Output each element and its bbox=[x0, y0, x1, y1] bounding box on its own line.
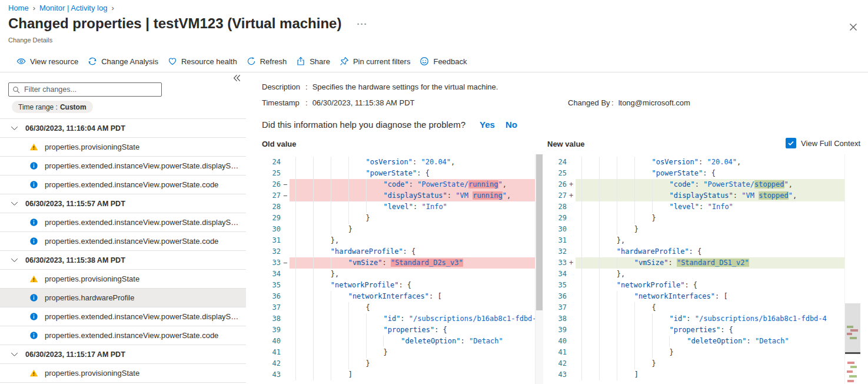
line-number: 31 bbox=[262, 235, 281, 246]
diff-sign: − bbox=[281, 179, 290, 190]
toolbar-share[interactable]: Share bbox=[296, 57, 330, 66]
diff-line: 27−"displayStatus": "VM running", bbox=[262, 190, 543, 201]
change-item-label: properties.provisioningState bbox=[45, 143, 139, 151]
minimap[interactable] bbox=[844, 154, 860, 384]
diff-line: 30} bbox=[548, 224, 860, 235]
code-text: ] bbox=[576, 369, 860, 380]
breadcrumb-link[interactable]: Monitor | Activity log bbox=[39, 4, 107, 12]
breadcrumb: Home›Monitor | Activity log› bbox=[8, 4, 114, 12]
breadcrumb-link[interactable]: Home bbox=[8, 4, 29, 12]
line-number: 33 bbox=[262, 257, 281, 269]
change-item[interactable]: properties.provisioningState bbox=[0, 138, 246, 157]
change-group-header[interactable]: 06/30/2023, 11:15:38 AM PDT bbox=[0, 251, 246, 270]
close-icon bbox=[849, 23, 857, 31]
old-value-lines: 24"osVersion": "20.04",25"powerState": {… bbox=[262, 157, 543, 380]
diff-line: 37{ bbox=[548, 302, 860, 313]
change-item[interactable]: properties.provisioningState bbox=[0, 270, 246, 289]
no-link[interactable]: No bbox=[505, 120, 517, 130]
old-value-editor[interactable]: 24"osVersion": "20.04",25"powerState": {… bbox=[262, 154, 543, 384]
diff-sign: − bbox=[281, 190, 290, 201]
filter-input[interactable] bbox=[23, 85, 158, 94]
diff-sign bbox=[567, 201, 576, 213]
code-text: } bbox=[576, 213, 860, 224]
change-item[interactable]: properties.extended.instanceView.powerSt… bbox=[0, 157, 246, 176]
change-item-label: properties.hardwareProfile bbox=[45, 293, 134, 302]
minimap-viewport-edge bbox=[845, 352, 860, 354]
line-number: 36 bbox=[262, 291, 281, 302]
new-value-header: New value bbox=[547, 140, 585, 148]
diff-line: 34}, bbox=[548, 269, 860, 280]
change-item[interactable]: properties.extended.instanceView.powerSt… bbox=[0, 176, 246, 194]
diff-line: 28"level": "Info" bbox=[262, 201, 543, 213]
changed-by-value: ltong@microsoft.com bbox=[618, 98, 690, 107]
diff-sign bbox=[281, 358, 290, 369]
toolbar-resource-health[interactable]: Resource health bbox=[168, 57, 237, 66]
timestamp-row: Timestamp : 06/30/2023, 11:15:38 AM PDT bbox=[262, 98, 415, 107]
diff-line: 32"hardwareProfile": { bbox=[262, 246, 543, 257]
change-group-header[interactable]: 06/30/2023, 11:15:17 AM PDT bbox=[0, 345, 246, 364]
code-text: "code": "PowerState/stopped", bbox=[576, 179, 860, 190]
scrollbar[interactable] bbox=[535, 154, 543, 384]
diff-line: 26−"code": "PowerState/running", bbox=[262, 179, 543, 190]
change-item[interactable]: properties.extended.instanceView.powerSt… bbox=[0, 232, 246, 251]
new-value-editor[interactable]: 24"osVersion": "20.04",25"powerState": {… bbox=[548, 154, 860, 384]
chevron-down-icon bbox=[11, 350, 18, 358]
checkbox-icon bbox=[786, 138, 796, 148]
code-text: }, bbox=[576, 269, 860, 280]
toolbar-change-analysis[interactable]: Change Analysis bbox=[88, 57, 158, 66]
change-analysis-icon bbox=[88, 57, 97, 66]
change-item[interactable]: properties.hardwareProfile bbox=[0, 289, 246, 307]
diff-sign bbox=[281, 347, 290, 358]
toolbar-pin-current-filters[interactable]: Pin current filters bbox=[340, 57, 411, 66]
scrollbar-thumb[interactable] bbox=[536, 154, 543, 310]
toolbar-feedback[interactable]: Feedback bbox=[420, 57, 467, 66]
change-item-label: properties.provisioningState bbox=[45, 369, 139, 378]
chevron-down-icon bbox=[11, 124, 18, 132]
line-number: 38 bbox=[548, 313, 567, 325]
minimap-slider[interactable] bbox=[845, 303, 860, 353]
diff-sign bbox=[567, 358, 576, 369]
diff-header-row: Old value New value View Full Context bbox=[262, 140, 860, 151]
diff-sign bbox=[567, 168, 576, 179]
diff-sign bbox=[567, 280, 576, 291]
diff-sign bbox=[281, 246, 290, 257]
change-item[interactable]: properties.extended.instanceView.powerSt… bbox=[0, 326, 246, 345]
code-text: "deleteOption": "Detach" bbox=[290, 336, 543, 347]
diff-line: 36"networkInterfaces": [ bbox=[548, 291, 860, 302]
line-number: 42 bbox=[262, 358, 281, 369]
view-full-context-checkbox[interactable]: View Full Context bbox=[786, 138, 860, 148]
change-group-header[interactable]: 06/30/2023, 11:15:57 AM PDT bbox=[0, 194, 246, 213]
line-number: 31 bbox=[548, 235, 567, 246]
change-item-label: properties.extended.instanceView.powerSt… bbox=[45, 331, 218, 340]
diff-line: 25"powerState": { bbox=[548, 168, 860, 179]
diff-line: 42} bbox=[262, 358, 543, 369]
collapse-sidebar-button[interactable] bbox=[232, 74, 241, 83]
close-button[interactable] bbox=[848, 22, 859, 33]
toolbar-label: Change Analysis bbox=[101, 57, 158, 66]
change-item-label: properties.extended.instanceView.powerSt… bbox=[45, 180, 218, 189]
warning-icon bbox=[29, 274, 38, 283]
change-group-header[interactable]: 06/30/2023, 11:16:04 AM PDT bbox=[0, 119, 246, 138]
code-text: "vmSize": "Standard_D2s_v3" bbox=[290, 257, 543, 269]
diff-sign bbox=[281, 235, 290, 246]
change-item-label: properties.extended.instanceView.powerSt… bbox=[45, 218, 240, 227]
toolbar-refresh[interactable]: Refresh bbox=[247, 57, 287, 66]
change-item[interactable]: properties.extended.instanceView.powerSt… bbox=[0, 307, 246, 326]
warning-icon bbox=[29, 143, 38, 151]
info-icon bbox=[29, 218, 38, 227]
info-icon bbox=[29, 237, 38, 246]
diff-sign bbox=[567, 235, 576, 246]
change-item[interactable]: properties.provisioningState bbox=[0, 364, 246, 383]
code-text: "hardwareProfile": { bbox=[290, 246, 543, 257]
more-commands-button[interactable]: ··· bbox=[357, 19, 367, 29]
toolbar-view-resource[interactable]: View resource bbox=[16, 57, 78, 66]
line-number: 42 bbox=[548, 358, 567, 369]
diff-line: 39"properties": { bbox=[548, 325, 860, 336]
change-item[interactable]: properties.extended.instanceView.powerSt… bbox=[0, 213, 246, 232]
time-range-filter[interactable]: Time range : Custom bbox=[12, 101, 93, 113]
yes-link[interactable]: Yes bbox=[480, 120, 495, 130]
diff-line: 38"id": "/subscriptions/b16ab8c1-fdbd-4 bbox=[262, 313, 543, 325]
toolbar-label: Resource health bbox=[181, 57, 237, 66]
diff-sign bbox=[567, 347, 576, 358]
code-text: "deleteOption": "Detach" bbox=[576, 336, 860, 347]
